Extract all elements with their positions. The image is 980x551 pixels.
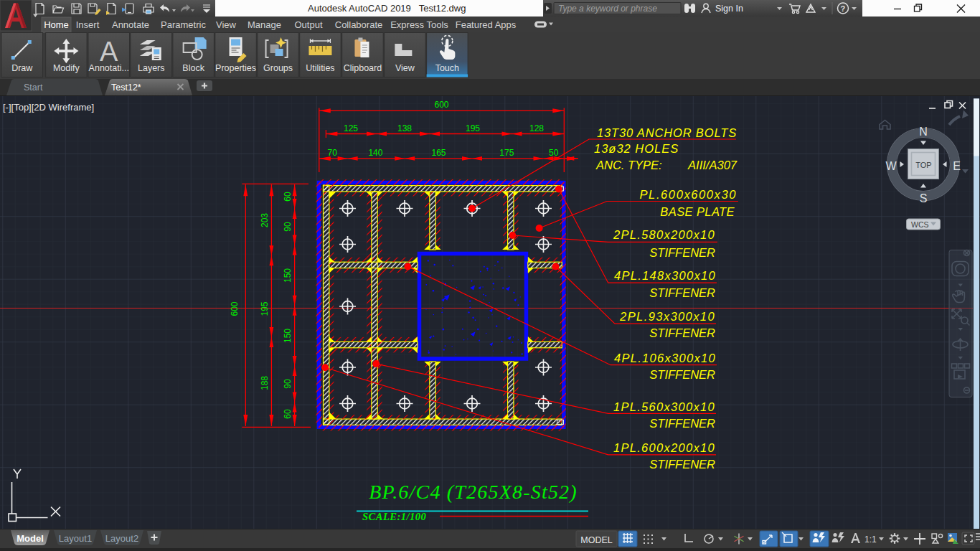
svg-text:Collaborate: Collaborate bbox=[335, 19, 383, 30]
svg-text:125: 125 bbox=[344, 123, 358, 133]
svg-text:50: 50 bbox=[549, 148, 559, 158]
svg-text:Output: Output bbox=[294, 19, 322, 30]
svg-text:Clipboard: Clipboard bbox=[344, 63, 382, 73]
svg-text:Type a keyword or phrase: Type a keyword or phrase bbox=[558, 4, 657, 14]
svg-text:90: 90 bbox=[283, 379, 293, 389]
svg-text:Test12*: Test12* bbox=[111, 83, 141, 93]
svg-text:Autodesk AutoCAD 2019 Test12: Autodesk AutoCAD 2019 Test12.dwg bbox=[308, 3, 466, 14]
svg-text:BP.6/C4 (T265X8-St52): BP.6/C4 (T265X8-St52) bbox=[369, 481, 578, 503]
svg-text:View: View bbox=[216, 19, 237, 30]
svg-text:N: N bbox=[919, 126, 928, 138]
svg-text:Model: Model bbox=[17, 533, 44, 544]
svg-text:STIFFENER: STIFFENER bbox=[649, 458, 715, 471]
svg-text:WCS: WCS bbox=[911, 220, 929, 229]
svg-text:ANC. TYPE:: ANC. TYPE: bbox=[595, 159, 662, 171]
svg-text:175: 175 bbox=[499, 148, 514, 158]
svg-text:165: 165 bbox=[431, 148, 446, 158]
svg-text:Modify: Modify bbox=[53, 63, 80, 73]
svg-text:A: A bbox=[100, 37, 118, 67]
svg-text:S: S bbox=[920, 192, 928, 204]
svg-text:Properties: Properties bbox=[215, 63, 256, 73]
svg-text:70: 70 bbox=[328, 148, 338, 158]
svg-text:150: 150 bbox=[283, 329, 293, 343]
svg-text:140: 140 bbox=[368, 148, 382, 158]
svg-text:13ø32 HOLES: 13ø32 HOLES bbox=[594, 142, 679, 155]
svg-text:Layout2: Layout2 bbox=[105, 533, 138, 544]
svg-text:AIII/A307: AIII/A307 bbox=[687, 159, 738, 171]
svg-text:MODEL: MODEL bbox=[580, 535, 613, 545]
svg-text:90: 90 bbox=[283, 222, 293, 232]
svg-text:Groups: Groups bbox=[263, 63, 293, 73]
svg-text:Featured Apps: Featured Apps bbox=[456, 19, 517, 30]
svg-text:Layout1: Layout1 bbox=[59, 533, 92, 544]
svg-text:STIFFENER: STIFFENER bbox=[649, 417, 715, 430]
svg-text:TOP: TOP bbox=[915, 161, 931, 169]
svg-text:STIFFENER: STIFFENER bbox=[649, 246, 715, 259]
svg-text:203: 203 bbox=[260, 213, 270, 227]
svg-text:View: View bbox=[395, 63, 415, 73]
svg-text:188: 188 bbox=[260, 376, 270, 390]
svg-text:?: ? bbox=[841, 4, 846, 13]
svg-text:195: 195 bbox=[466, 123, 480, 133]
svg-text:600: 600 bbox=[434, 100, 448, 110]
svg-text:1PL.600x200x10: 1PL.600x200x10 bbox=[613, 441, 715, 454]
svg-text:Utilities: Utilities bbox=[306, 63, 334, 73]
svg-text:150: 150 bbox=[283, 268, 293, 283]
svg-text:Start: Start bbox=[24, 83, 43, 93]
svg-text:2PL.93x300x10: 2PL.93x300x10 bbox=[619, 310, 715, 323]
svg-text:[-][Top][2D Wireframe]: [-][Top][2D Wireframe] bbox=[3, 102, 94, 113]
svg-text:PL.600x600x30: PL.600x600x30 bbox=[640, 188, 737, 201]
svg-text:128: 128 bbox=[529, 123, 544, 133]
svg-text:Touch: Touch bbox=[435, 63, 459, 73]
svg-text:STIFFENER: STIFFENER bbox=[649, 326, 715, 339]
svg-text:60: 60 bbox=[283, 409, 293, 419]
svg-text:Express Tools: Express Tools bbox=[390, 19, 448, 30]
svg-text:1PL.560x300x10: 1PL.560x300x10 bbox=[613, 400, 715, 413]
svg-text:Sign In: Sign In bbox=[715, 4, 743, 14]
svg-text:60: 60 bbox=[283, 192, 293, 202]
svg-text:Parametric: Parametric bbox=[161, 19, 206, 30]
svg-text:E: E bbox=[953, 160, 961, 172]
svg-text:Draw: Draw bbox=[11, 63, 33, 73]
svg-text:13T30 ANCHOR BOLTS: 13T30 ANCHOR BOLTS bbox=[597, 126, 737, 139]
svg-text:Block: Block bbox=[182, 63, 204, 73]
svg-text:W: W bbox=[885, 160, 897, 172]
svg-text:600: 600 bbox=[230, 301, 240, 316]
svg-text:Layers: Layers bbox=[138, 63, 165, 73]
svg-text:SCALE:1/100: SCALE:1/100 bbox=[362, 511, 426, 522]
svg-text:195: 195 bbox=[260, 301, 270, 316]
svg-text:4PL.148x300x10: 4PL.148x300x10 bbox=[614, 269, 716, 282]
svg-text:BASE PLATE: BASE PLATE bbox=[660, 205, 735, 218]
svg-text:4PL.106x300x10: 4PL.106x300x10 bbox=[614, 352, 716, 364]
svg-text:Annotate: Annotate bbox=[112, 19, 149, 30]
svg-text:Home: Home bbox=[44, 19, 69, 30]
svg-text:STIFFENER: STIFFENER bbox=[649, 286, 715, 299]
svg-text:1:1: 1:1 bbox=[864, 534, 877, 545]
svg-text:Insert: Insert bbox=[76, 19, 100, 30]
svg-text:Manage: Manage bbox=[248, 19, 281, 30]
svg-text:138: 138 bbox=[397, 123, 412, 133]
svg-text:STIFFENER: STIFFENER bbox=[649, 368, 715, 381]
svg-text:2PL.580x200x10: 2PL.580x200x10 bbox=[613, 228, 715, 241]
